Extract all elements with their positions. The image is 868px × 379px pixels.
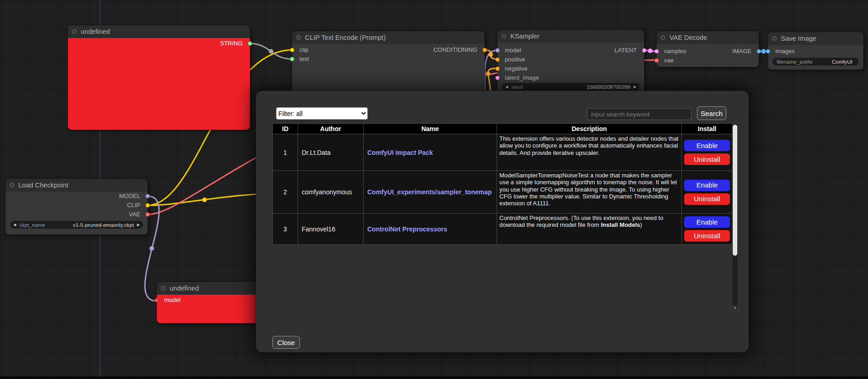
extension-link[interactable]: ComfyUI Impact Pack: [367, 149, 433, 156]
node-title: undefined: [81, 25, 110, 38]
port-label: latent_image: [505, 74, 539, 81]
cell-author: Fannovel16: [298, 214, 364, 245]
image-output-port[interactable]: [757, 49, 761, 54]
comfyui-canvas[interactable]: { "colors": { "model": "#B39DDB", "clip"…: [0, 0, 868, 379]
node-collapse-dot[interactable]: [296, 35, 301, 40]
port-label: negative: [505, 65, 527, 72]
node-load-checkpoint[interactable]: Load Checkpoint MODEL CLIP VAE ◀ ckpt_na…: [6, 179, 148, 235]
node-ksampler[interactable]: KSampler model positive negative latent_…: [498, 30, 644, 95]
string-output-port[interactable]: [248, 41, 252, 46]
node-collapse-dot[interactable]: [72, 29, 77, 34]
uninstall-button[interactable]: Uninstall: [684, 154, 730, 165]
output-latent: LATENT: [498, 46, 644, 55]
node-title: Load Checkpoint: [18, 179, 68, 192]
increment-arrow-icon[interactable]: ▶: [634, 85, 636, 89]
output-clip: CLIP: [6, 201, 148, 210]
node-undefined-top[interactable]: undefined STRING: [68, 25, 250, 130]
port-label: text: [299, 55, 309, 62]
negative-input-port[interactable]: [495, 66, 500, 71]
link-midpoint-dot: [648, 49, 652, 53]
node-collapse-dot[interactable]: [502, 34, 506, 38]
decrement-arrow-icon[interactable]: ◀: [13, 223, 16, 227]
extension-link[interactable]: ControlNet Preprocessors: [367, 225, 447, 233]
port-label: STRING: [220, 40, 243, 47]
node-titlebar[interactable]: VAE Decode: [657, 31, 759, 44]
search-button[interactable]: Search: [697, 106, 726, 120]
cell-install: Enable Uninstall: [682, 134, 733, 171]
vae-input-port[interactable]: [654, 58, 659, 63]
node-collapse-dot[interactable]: [10, 183, 14, 187]
cell-description: ControlNet Preprocessors. (To use this e…: [497, 214, 682, 245]
node-vae-decode[interactable]: VAE Decode samples vae IMAGE: [657, 31, 759, 67]
table-row: 2 comfyanonymous ComfyUI_experiments/sam…: [273, 171, 733, 214]
node-titlebar[interactable]: CLIP Text Encode (Prompt): [292, 31, 485, 44]
search-input[interactable]: [587, 108, 691, 120]
table-row: 1 Dr.Lt.Data ComfyUI Impact Pack This ex…: [273, 134, 733, 171]
output-string: STRING: [68, 39, 250, 48]
node-save-image[interactable]: Save Image images filename_prefix ComfyU…: [768, 32, 863, 70]
output-vae: VAE: [6, 210, 148, 219]
node-collapse-dot[interactable]: [161, 286, 166, 291]
text-input-port[interactable]: [290, 57, 294, 61]
enable-button[interactable]: Enable: [684, 216, 730, 228]
vae-output-port[interactable]: [145, 212, 150, 217]
uninstall-button[interactable]: Uninstall: [684, 230, 730, 242]
extensions-table-body: 1 Dr.Lt.Data ComfyUI Impact Pack This ex…: [273, 134, 733, 245]
widget-value: ComfyUI: [832, 59, 852, 65]
header-name: Name: [364, 124, 497, 134]
node-titlebar[interactable]: KSampler: [498, 30, 644, 43]
model-output-port[interactable]: [145, 194, 150, 198]
latent-output-port[interactable]: [642, 48, 647, 53]
cell-id: 2: [273, 171, 298, 214]
header-install: Install: [682, 124, 733, 134]
clip-output-port[interactable]: [145, 203, 150, 208]
input-text: text: [292, 55, 485, 64]
uninstall-button[interactable]: Uninstall: [684, 193, 730, 205]
node-titlebar[interactable]: undefined: [68, 25, 250, 38]
node-title: VAE Decode: [669, 31, 707, 44]
input-positive: positive: [498, 55, 644, 64]
node-collapse-dot[interactable]: [772, 36, 777, 41]
close-button[interactable]: Close: [272, 336, 300, 349]
widget-value: v1-5-pruned-emaonly.ckpt: [73, 222, 134, 228]
model-input-port[interactable]: [155, 298, 159, 302]
latent-image-input-port[interactable]: [495, 76, 500, 80]
node-body: STRING: [68, 38, 250, 130]
seed-widget[interactable]: ◀ seed 156680208700286 ▶: [502, 83, 640, 91]
cell-author: comfyanonymous: [298, 171, 364, 214]
port-label: images: [775, 48, 795, 55]
positive-input-port[interactable]: [495, 57, 500, 62]
node-titlebar[interactable]: Load Checkpoint: [6, 179, 148, 192]
node-title: Save Image: [781, 32, 816, 45]
cell-description: ModelSamplerTonemapNoiseTest a node that…: [497, 171, 682, 214]
decrement-arrow-icon[interactable]: ◀: [505, 85, 508, 89]
input-negative: negative: [498, 64, 644, 73]
node-titlebar[interactable]: Save Image: [768, 32, 863, 45]
conditioning-output-port[interactable]: [482, 48, 487, 52]
scroll-down-arrow-icon[interactable]: ▼: [732, 305, 738, 312]
scrollbar-thumb[interactable]: [733, 125, 737, 256]
table-scrollbar[interactable]: ▼: [732, 123, 738, 312]
port-label: MODEL: [119, 192, 140, 199]
ckpt-name-widget[interactable]: ◀ ckpt_name v1-5-pruned-emaonly.ckpt ▶: [10, 221, 143, 229]
extension-link[interactable]: ComfyUI_experiments/sampler_tonemap: [367, 188, 492, 196]
output-image: IMAGE: [657, 47, 759, 56]
images-input-port[interactable]: [766, 49, 770, 54]
link-midpoint-dot: [202, 198, 207, 202]
output-model: MODEL: [6, 192, 148, 201]
enable-button[interactable]: Enable: [684, 140, 730, 151]
output-conditioning: CONDITIONING: [292, 45, 485, 55]
increment-arrow-icon[interactable]: ▶: [137, 223, 140, 227]
cell-install: Enable Uninstall: [682, 171, 733, 214]
node-title: undefined: [170, 282, 199, 295]
header-description: Description: [497, 124, 682, 134]
filename-prefix-widget[interactable]: filename_prefix ComfyUI: [773, 58, 859, 66]
input-vae: vae: [657, 56, 759, 65]
node-collapse-dot[interactable]: [661, 35, 665, 40]
header-author: Author: [298, 124, 364, 134]
table-row: 3 Fannovel16 ControlNet Preprocessors Co…: [273, 214, 733, 245]
node-title: CLIP Text Encode (Prompt): [305, 31, 386, 44]
enable-button[interactable]: Enable: [684, 180, 730, 191]
port-label: CLIP: [127, 202, 140, 209]
filter-select[interactable]: Filter: all: [276, 107, 368, 120]
